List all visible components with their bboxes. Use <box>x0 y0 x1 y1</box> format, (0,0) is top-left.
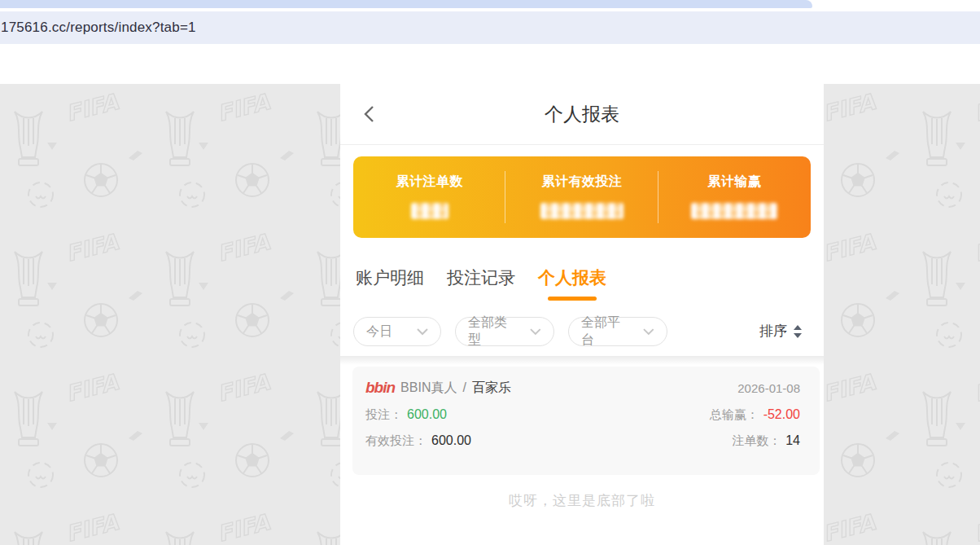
tab-bet-records[interactable]: 投注记录 <box>447 266 515 301</box>
record-title-row: bbin BBIN真人 / 百家乐 2026-01-08 <box>365 379 800 397</box>
url-text: 175616.cc/reports/index?tab=1 <box>1 20 196 36</box>
redacted-value <box>540 203 623 219</box>
bet-count-value: 14 <box>785 433 800 448</box>
filter-shadow-divider <box>340 356 824 365</box>
redacted-value <box>691 203 777 219</box>
summary-label: 累计注单数 <box>396 174 463 191</box>
record-values-row-2: 有效投注： 600.00 注单数： 14 <box>365 433 800 449</box>
report-tabs: 账户明细 投注记录 个人报表 <box>356 266 606 301</box>
report-record-card[interactable]: bbin BBIN真人 / 百家乐 2026-01-08 投注： 600.00 … <box>352 367 820 475</box>
field-label: 有效投注： <box>365 433 427 449</box>
tab-account-details[interactable]: 账户明细 <box>356 266 424 301</box>
report-panel: 个人报表 累计注单数 累计有效投注 累计输赢 账户明细 投注记录 <box>340 84 824 545</box>
sort-control[interactable]: 排序 <box>759 322 803 341</box>
summary-stat-valid-bet: 累计有效投注 <box>505 156 658 238</box>
separator: / <box>462 380 466 395</box>
summary-label: 累计有效投注 <box>541 174 622 191</box>
record-date: 2026-01-08 <box>737 381 800 395</box>
platform-filter-dropdown[interactable]: 全部平台 <box>568 317 667 346</box>
date-filter-dropdown[interactable]: 今日 <box>353 317 441 346</box>
sort-label: 排序 <box>759 322 787 341</box>
summary-stat-bet-count: 累计注单数 <box>353 156 505 238</box>
summary-label: 累计输赢 <box>707 174 761 191</box>
chevron-down-icon <box>530 328 541 336</box>
sort-arrows-icon <box>793 324 803 339</box>
valid-bet-value: 600.00 <box>431 433 471 448</box>
filter-row: 今日 全部类型 全部平台 <box>353 317 667 346</box>
browser-address-bar[interactable]: 175616.cc/reports/index?tab=1 <box>0 11 980 44</box>
record-title: bbin BBIN真人 / 百家乐 <box>365 379 511 397</box>
tab-personal-report[interactable]: 个人报表 <box>538 266 606 301</box>
active-tab-indicator <box>548 297 597 301</box>
page-title: 个人报表 <box>340 84 824 144</box>
valid-bet-field: 有效投注： 600.00 <box>365 433 471 449</box>
summary-stat-win-loss: 累计输赢 <box>658 156 811 238</box>
game-name: 百家乐 <box>472 380 511 397</box>
redacted-value <box>411 203 448 219</box>
dropdown-label: 全部类型 <box>468 314 518 349</box>
dropdown-label: 今日 <box>366 323 392 341</box>
win-loss-value: -52.00 <box>763 407 800 422</box>
field-label: 投注： <box>365 407 402 423</box>
type-filter-dropdown[interactable]: 全部类型 <box>455 317 554 346</box>
app-viewport: FIFA <box>0 84 980 545</box>
bet-count-field: 注单数： 14 <box>732 433 800 449</box>
dropdown-label: 全部平台 <box>581 314 632 349</box>
win-loss-field: 总输赢： -52.00 <box>710 407 800 423</box>
tab-label: 个人报表 <box>538 268 606 287</box>
record-values-row-1: 投注： 600.00 总输赢： -52.00 <box>365 407 800 423</box>
summary-card: 累计注单数 累计有效投注 累计输赢 <box>353 156 811 238</box>
bet-value: 600.00 <box>407 407 447 422</box>
end-of-list-hint: 哎呀，这里是底部了啦 <box>340 491 824 510</box>
field-label: 注单数： <box>732 433 781 449</box>
field-label: 总输赢： <box>710 407 759 423</box>
provider-name: BBIN真人 <box>400 380 457 397</box>
page-header: 个人报表 <box>340 84 824 145</box>
browser-tab-strip <box>0 0 812 8</box>
bbin-logo: bbin <box>365 379 395 397</box>
chevron-down-icon <box>643 328 654 336</box>
chevron-down-icon <box>417 328 428 336</box>
bet-field: 投注： 600.00 <box>365 407 447 423</box>
